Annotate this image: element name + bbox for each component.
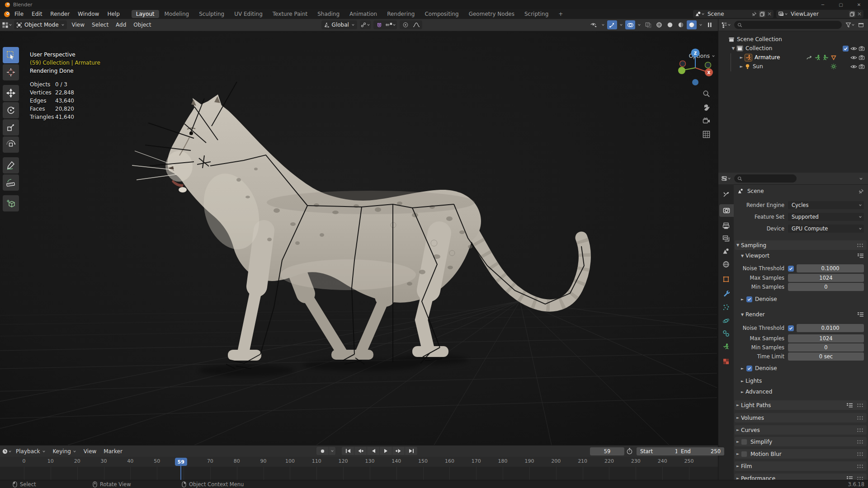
pin-icon[interactable] [858, 188, 864, 194]
remove-view-layer-icon[interactable]: ✕ [857, 11, 862, 17]
toggle-ortho-grid-icon[interactable] [702, 130, 711, 139]
view-layer-selector[interactable]: ViewLayer ✕ [776, 10, 863, 18]
workspace-tab-sculpting[interactable]: Sculpting [194, 10, 229, 18]
add-cube-tool-button[interactable] [3, 195, 19, 211]
camera-toggle-icon[interactable] [858, 55, 866, 60]
checkbox-checked-icon[interactable] [788, 325, 794, 331]
menu-file[interactable]: File [10, 10, 28, 18]
snap-controls[interactable] [373, 20, 397, 29]
menu-help[interactable]: Help [103, 10, 123, 18]
properties-tab-tool[interactable] [718, 188, 734, 201]
checkbox-checked-icon[interactable] [746, 366, 752, 371]
timeline-menu-view[interactable]: View [80, 448, 100, 455]
timeline-ruler[interactable]: 59 0102030405070809010011012013014015016… [0, 457, 718, 467]
value-field[interactable]: 0.1000 [797, 264, 864, 272]
section-simplify[interactable]: ►Simplify [735, 437, 867, 446]
visibility-toggle-button[interactable] [589, 20, 599, 29]
unlink-scene-icon[interactable]: ✕ [767, 11, 772, 17]
eye-toggle-icon[interactable] [849, 64, 858, 69]
gizmos-toggle-button[interactable] [607, 20, 617, 29]
annotate-tool-button[interactable] [3, 157, 19, 174]
next-keyframe-button[interactable] [392, 447, 405, 455]
dropdown-field[interactable]: Supported [788, 213, 864, 221]
outliner-editor-type-button[interactable] [721, 20, 731, 29]
scale-tool-button[interactable] [3, 119, 19, 136]
properties-editor-type-button[interactable] [721, 174, 731, 183]
blender-menu-icon[interactable] [4, 11, 10, 18]
pin-icon[interactable] [751, 11, 757, 17]
panel-grip[interactable] [857, 476, 863, 480]
transform-tool-button[interactable] [3, 136, 19, 153]
workspace-tab-scripting[interactable]: Scripting [520, 10, 553, 18]
dropdown-field[interactable]: GPU Compute [788, 225, 864, 233]
camera-toggle-icon[interactable] [858, 46, 866, 51]
proportional-editing-controls[interactable] [400, 20, 422, 29]
properties-tab-output[interactable] [718, 220, 734, 232]
outliner-row-sun[interactable]: ►Sun [718, 62, 868, 71]
properties-tab-texture[interactable] [718, 355, 734, 368]
outliner-row-scene-collection[interactable]: Scene Collection [718, 35, 868, 44]
timeline-menu-playback[interactable]: Playback [12, 448, 49, 455]
move-tool-button[interactable] [3, 85, 19, 101]
properties-tab-scene[interactable] [718, 245, 734, 258]
shading-solid-toggle-button[interactable] [665, 20, 675, 29]
panel-grip[interactable] [857, 440, 863, 444]
section-volumes[interactable]: ►Volumes [735, 413, 867, 422]
panel-grip[interactable] [857, 464, 863, 468]
workspace-tab-compositing[interactable]: Compositing [420, 10, 463, 18]
cursor-tool-button[interactable] [3, 64, 19, 80]
outliner-search-input[interactable] [734, 21, 842, 29]
maximize-button[interactable]: ▢ [832, 0, 850, 9]
subsection-denoise[interactable]: ►Denoise [739, 365, 868, 371]
new-scene-icon[interactable] [759, 11, 765, 17]
jump-start-button[interactable] [342, 447, 354, 455]
add-workspace-button[interactable]: + [554, 10, 567, 18]
minimize-button[interactable]: ─ [814, 0, 832, 9]
value-field[interactable]: 1024 [788, 274, 864, 282]
timeline-tracks[interactable] [0, 467, 718, 480]
panel-grip[interactable] [857, 243, 863, 247]
sun-data-icon[interactable] [830, 63, 838, 70]
measure-tool-button[interactable] [3, 174, 19, 191]
properties-tab-physics[interactable] [718, 314, 734, 327]
section-curves[interactable]: ►Curves [735, 425, 867, 435]
properties-tab-object[interactable] [718, 273, 734, 286]
disclosure-right-icon[interactable]: ► [738, 64, 745, 69]
checkbox-toggle-icon[interactable] [841, 46, 849, 52]
shading-wireframe-toggle-button[interactable] [654, 20, 664, 29]
properties-tab-view-layer[interactable] [718, 232, 734, 245]
menu-render[interactable]: Render [46, 10, 74, 18]
section-motion-blur[interactable]: ►Motion Blur [735, 449, 867, 459]
section-film[interactable]: ►Film [735, 461, 867, 471]
armature-data-icon[interactable] [821, 54, 830, 61]
checkbox-checked-icon[interactable] [746, 296, 752, 302]
new-view-layer-icon[interactable] [849, 11, 855, 17]
filter-icon[interactable] [845, 20, 855, 29]
editor-type-button[interactable] [2, 20, 12, 29]
properties-search-input[interactable] [734, 174, 797, 183]
menu-window[interactable]: Window [74, 10, 103, 18]
workspace-tab-layout[interactable]: Layout [132, 10, 159, 18]
properties-tab-modifiers[interactable] [718, 287, 734, 300]
properties-filter-chevron-icon[interactable] [856, 174, 866, 183]
panel-grip[interactable] [857, 428, 863, 432]
viewport-menu-select[interactable]: Select [88, 22, 112, 28]
play-button[interactable] [380, 447, 392, 455]
shading-rendered-toggle-button[interactable] [687, 20, 697, 29]
zoom-view-icon[interactable] [702, 89, 711, 98]
outliner-row-collection[interactable]: ▼Collection [718, 44, 868, 53]
overlays-dropdown-chevron[interactable] [636, 20, 642, 29]
disclosure-right-icon[interactable]: ► [738, 55, 745, 60]
value-field[interactable]: 0 [788, 283, 864, 291]
dropdown-field[interactable]: Cycles [788, 201, 864, 209]
workspace-tab-animation[interactable]: Animation [345, 10, 382, 18]
navigation-gizmo[interactable]: Z X [675, 47, 715, 87]
transform-orientation-dropdown[interactable]: Global [321, 20, 357, 29]
preset-menu-icon[interactable] [846, 403, 853, 408]
workspace-tab-shading[interactable]: Shading [313, 10, 344, 18]
prev-keyframe-button[interactable] [354, 447, 367, 455]
section-sampling[interactable]: ▼Sampling [735, 240, 867, 250]
record-button[interactable] [316, 447, 329, 455]
panel-grip[interactable] [857, 452, 863, 456]
timeline-editor-type-button[interactable] [2, 447, 12, 456]
